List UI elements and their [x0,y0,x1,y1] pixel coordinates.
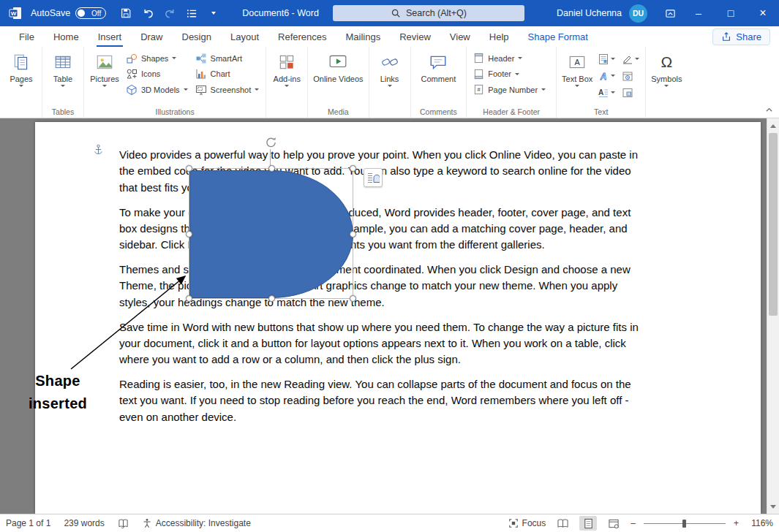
focus-mode-button[interactable]: Focus [508,518,546,528]
chevron-down-icon [184,88,188,91]
page-number-button[interactable]: # Page Number [470,82,549,98]
resize-handle-se[interactable] [350,295,356,302]
vertical-scrollbar[interactable] [767,118,779,514]
customize-list-button[interactable] [182,4,201,23]
ribbon: Pages Table Tables Pictures Shapes [0,47,779,118]
accessibility-status[interactable]: Accessibility: Investigate [142,518,251,528]
tab-review[interactable]: Review [390,26,440,47]
scroll-down-button[interactable] [767,501,779,512]
proofing-status[interactable] [118,518,129,529]
tab-shape-format[interactable]: Shape Format [519,26,598,47]
collapse-ribbon-button[interactable] [762,104,775,115]
tab-help[interactable]: Help [480,26,519,47]
word-application-window: W AutoSave Off Document6 - Word [0,0,779,532]
group-text: A Text Box A A Text [557,47,646,118]
group-header-footer: Header Footer # Page Number Header & Foo… [467,47,557,118]
search-input[interactable]: Search (Alt+Q) [333,5,524,21]
object-button[interactable] [620,84,641,101]
online-videos-button[interactable]: Online Videos [312,49,364,83]
print-layout-button[interactable] [579,516,597,531]
triangle-up-icon [770,124,776,128]
chevron-down-icon [515,73,519,75]
datetime-button[interactable] [620,67,641,84]
links-button[interactable]: Links [373,49,407,87]
tab-file[interactable]: File [10,26,44,47]
resize-handle-s[interactable] [268,295,275,302]
word-logo-icon: W [7,5,23,21]
chevron-down-icon [518,57,522,59]
object-anchor-icon [94,144,103,159]
tab-view[interactable]: View [440,26,480,47]
zoom-out-button[interactable]: – [631,518,636,528]
resize-handle-nw[interactable] [186,165,192,172]
drop-cap-button[interactable]: A [595,84,617,101]
minimize-button[interactable]: – [682,0,715,26]
undo-button[interactable] [138,4,157,23]
tab-draw[interactable]: Draw [131,26,172,47]
icons-button[interactable]: Icons [123,66,191,83]
resize-handle-ne[interactable] [350,165,356,172]
header-button[interactable]: Header [470,50,549,66]
read-mode-icon [557,518,569,529]
group-tables: Table Tables [42,47,84,118]
autosave-toggle[interactable]: Off [75,7,106,19]
text-box-button[interactable]: A Text Box [560,49,594,87]
chevron-down-icon [575,85,579,87]
signature-line-button[interactable] [620,50,641,67]
resize-handle-e[interactable] [350,231,356,238]
tab-insert[interactable]: Insert [89,26,132,47]
3d-models-button[interactable]: 3D Models [123,82,191,98]
web-layout-button[interactable] [605,516,622,531]
quick-parts-button[interactable] [595,50,617,67]
ribbon-display-options-button[interactable] [658,0,682,26]
inserted-shape[interactable] [189,170,353,298]
zoom-level[interactable]: 116% [747,518,773,528]
chevron-down-icon [211,12,216,15]
zoom-slider[interactable] [644,518,726,528]
pages-button[interactable]: Pages [4,49,38,87]
redo-button[interactable] [160,4,179,23]
group-label-tables: Tables [42,107,83,116]
shapes-button[interactable]: Shapes [123,50,191,66]
shapes-icon [126,53,138,64]
wordart-icon: A [598,70,609,82]
autosave-control[interactable]: AutoSave Off [31,7,106,19]
chart-button[interactable]: Chart [192,66,263,83]
tab-references[interactable]: References [268,26,336,47]
maximize-button[interactable]: □ [715,0,747,26]
user-name[interactable]: Daniel Uchenna [557,8,622,18]
avatar[interactable]: DU [629,4,647,23]
toggle-knob-icon [78,10,85,17]
resize-handle-w[interactable] [186,231,192,238]
save-button[interactable] [116,4,135,23]
page-indicator[interactable]: Page 1 of 1 [6,518,50,528]
scrollbar-thumb[interactable] [769,133,778,316]
tab-design[interactable]: Design [173,26,221,47]
symbols-button[interactable]: Ω Symbols [650,49,683,87]
smartart-button[interactable]: SmartArt [192,50,263,66]
resize-handle-n[interactable] [268,165,275,172]
share-button[interactable]: Share [712,28,770,45]
tab-home[interactable]: Home [44,26,89,47]
addins-button[interactable]: Add-ins [270,49,304,87]
comment-button[interactable]: Comment [420,49,458,83]
rotate-handle[interactable] [265,136,277,151]
tab-layout[interactable]: Layout [221,26,268,47]
layout-options-button[interactable] [364,168,383,187]
footer-button[interactable]: Footer [470,66,549,83]
triangle-down-icon [770,505,776,509]
word-count[interactable]: 239 words [64,518,104,528]
focus-icon [508,518,519,528]
svg-text:A: A [600,71,607,81]
screenshot-button[interactable]: Screenshot [192,82,263,98]
zoom-in-button[interactable]: + [734,518,739,528]
tab-mailings[interactable]: Mailings [336,26,391,47]
pictures-button[interactable]: Pictures [88,49,121,87]
customize-qat-dropdown[interactable] [204,4,223,23]
table-button[interactable]: Table [46,49,80,87]
close-button[interactable]: × [747,0,779,26]
wordart-button[interactable]: A [595,67,617,84]
read-mode-button[interactable] [554,516,571,531]
scroll-up-button[interactable] [767,120,779,132]
zoom-thumb[interactable] [682,520,686,528]
